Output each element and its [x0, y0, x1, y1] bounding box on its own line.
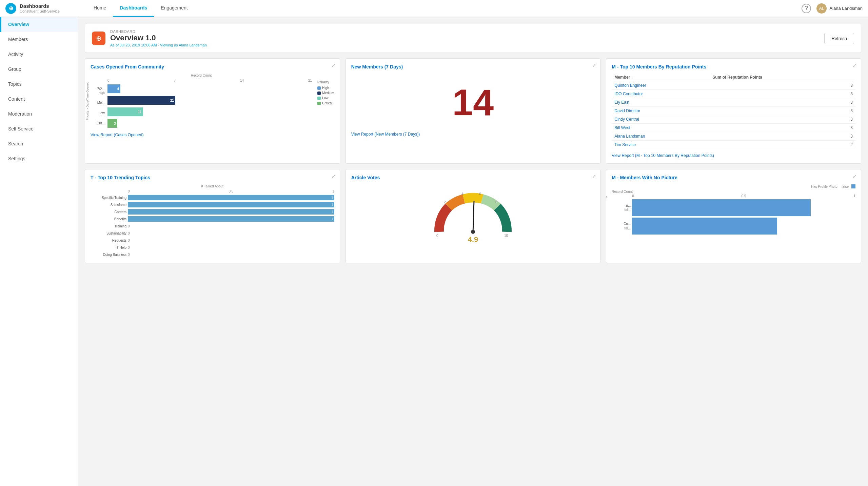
list-item: Benefits1 [128, 216, 334, 222]
list-item: Salesforce1 [128, 202, 334, 208]
member-name[interactable]: Cindy Central [612, 115, 710, 124]
sidebar-label-group: Group [8, 66, 21, 72]
no-pic-x-ticks: 0 0.5 1 [612, 194, 855, 198]
top-members-table-container[interactable]: Member ↓ Sum of Reputation Points Quinto… [612, 74, 855, 149]
member-name[interactable]: David Director [612, 107, 710, 115]
no-pic-chart: E...fal... Cu...fal... Has Profile Photo… [612, 199, 855, 235]
cases-expand-icon[interactable]: ⤢ [332, 63, 336, 68]
nav-right: ? AL Alana Landsman [802, 3, 863, 14]
top-members-table: Member ↓ Sum of Reputation Points Quinto… [612, 74, 855, 149]
user-menu[interactable]: AL Alana Landsman [816, 3, 863, 14]
sidebar-label-content: Content [8, 96, 25, 102]
no-picture-title: M - Members With No Picture [612, 175, 855, 180]
bar-row-critical: 3 [107, 119, 312, 128]
nav-dashboards[interactable]: Dashboards [113, 0, 154, 17]
member-name[interactable]: Tim Service [612, 141, 710, 149]
table-row: Alana Landsman3 [612, 132, 855, 141]
svg-text:10: 10 [504, 234, 508, 238]
no-pic-row-2: Cu...fal... [632, 218, 855, 235]
app-logo-icon: ⊕ [5, 3, 16, 14]
svg-text:4: 4 [461, 192, 463, 196]
sidebar-label-settings: Settings [8, 156, 25, 161]
top-nav: ⊕ Dashboards Constituent Self-Service Ho… [0, 0, 868, 17]
gauge-container: 0 2 4 6 8 10 4.9 [351, 184, 595, 247]
member-name[interactable]: IDO Contributor [612, 90, 710, 98]
trending-title: T - Top 10 Trending Topics [91, 175, 334, 180]
nav-home[interactable]: Home [87, 0, 113, 17]
list-item: Training0 [128, 223, 334, 229]
sidebar-item-settings[interactable]: Settings [0, 151, 78, 166]
avatar: AL [816, 3, 827, 14]
table-row: David Director3 [612, 107, 855, 115]
member-name[interactable]: Bill West [612, 124, 710, 132]
svg-text:8: 8 [495, 200, 497, 204]
table-row: Ely East3 [612, 98, 855, 107]
col-member[interactable]: Member ↓ [612, 74, 710, 81]
gauge-svg: 0 2 4 6 8 10 [429, 188, 517, 242]
cases-y-axis-label: Priority > Date/Time Opened [86, 82, 89, 120]
table-row: Cindy Central3 [612, 115, 855, 124]
list-item: IT Help0 [128, 244, 334, 250]
sidebar-item-topics[interactable]: Topics [0, 77, 78, 92]
sidebar-label-search: Search [8, 141, 23, 146]
sidebar-label-moderation: Moderation [8, 111, 32, 117]
new-members-expand-icon[interactable]: ⤢ [592, 63, 596, 68]
dashboard-meta: As of Jul 23, 2019 10:06 AM · Viewing as… [110, 43, 824, 47]
sidebar-item-content[interactable]: Content [0, 92, 78, 106]
sidebar: Overview Members Activity Group Topics C… [0, 17, 78, 486]
sidebar-item-group[interactable]: Group [0, 62, 78, 77]
app-logo-text: Dashboards Constituent Self-Service [20, 3, 60, 14]
table-row: Tim Service2 [612, 141, 855, 149]
top-members-expand-icon[interactable]: ⤢ [853, 63, 857, 68]
svg-text:2: 2 [444, 200, 446, 204]
dashboard-header: ⊕ DASHBOARD Overview 1.0 As of Jul 23, 2… [85, 24, 861, 53]
trending-expand-icon[interactable]: ⤢ [332, 174, 336, 179]
dashboard-label: DASHBOARD [110, 29, 824, 34]
member-name[interactable]: Alana Landsman [612, 132, 710, 141]
cases-opened-card: Cases Opened From Community ⤢ Record Cou… [85, 58, 340, 164]
top-members-link[interactable]: View Report (M - Top 10 Members By Reput… [612, 153, 855, 158]
main-content: ⊕ DASHBOARD Overview 1.0 As of Jul 23, 2… [78, 17, 868, 486]
no-pic-x-label: Record Count [612, 190, 855, 194]
sidebar-item-activity[interactable]: Activity [0, 47, 78, 62]
sidebar-label-activity: Activity [8, 52, 23, 57]
sidebar-item-moderation[interactable]: Moderation [0, 106, 78, 121]
list-item: Requests0 [128, 237, 334, 243]
svg-text:6: 6 [479, 192, 481, 196]
cases-view-report-link[interactable]: View Report (Cases Opened) [91, 133, 334, 137]
sort-arrow-icon: ↓ [631, 76, 633, 79]
legend-medium: Medium [317, 91, 334, 95]
legend-critical: Critical [317, 101, 334, 105]
svg-point-8 [471, 230, 475, 234]
member-name[interactable]: Ely East [612, 98, 710, 107]
new-members-value: 14 [351, 74, 595, 128]
article-votes-card: Article Votes ⤢ [346, 169, 601, 263]
new-members-link[interactable]: View Report (New Members (7 Days)) [351, 132, 595, 137]
trending-x-ticks: 0 0.5 1 [91, 189, 334, 193]
dashboard-title: Overview 1.0 [110, 34, 824, 42]
trending-x-label: # Talked About [91, 184, 334, 188]
app-logo: ⊕ Dashboards Constituent Self-Service [5, 3, 80, 14]
nav-engagement[interactable]: Engagement [154, 0, 194, 17]
trending-bars-inner: Specific Training1Salesforce1Careers1Ben… [91, 195, 334, 258]
app-subtitle: Constituent Self-Service [20, 9, 60, 14]
top-members-title: M - Top 10 Members By Reputation Points [612, 64, 855, 69]
table-row: Bill West3 [612, 124, 855, 132]
top-members-card: M - Top 10 Members By Reputation Points … [606, 58, 861, 164]
dashboard-grid: Cases Opened From Community ⤢ Record Cou… [85, 58, 861, 263]
sidebar-item-self-service[interactable]: Self Service [0, 121, 78, 136]
help-button[interactable]: ? [802, 4, 811, 13]
article-votes-expand-icon[interactable]: ⤢ [592, 174, 596, 179]
sidebar-item-members[interactable]: Members [0, 32, 78, 47]
no-picture-expand-icon[interactable]: ⤢ [853, 174, 857, 179]
sidebar-item-search[interactable]: Search [0, 136, 78, 151]
sidebar-item-overview[interactable]: Overview [0, 17, 78, 32]
col-rep-points: Sum of Reputation Points [710, 74, 855, 81]
sidebar-label-topics: Topics [8, 81, 22, 87]
table-row: IDO Contributor3 [612, 90, 855, 98]
refresh-button[interactable]: Refresh [824, 33, 854, 44]
dashboard-info: DASHBOARD Overview 1.0 As of Jul 23, 201… [110, 29, 824, 47]
trending-topics-card: T - Top 10 Trending Topics ⤢ # Talked Ab… [85, 169, 340, 263]
list-item: Sustainability0 [128, 230, 334, 236]
member-name[interactable]: Quinton Engineer [612, 81, 710, 90]
